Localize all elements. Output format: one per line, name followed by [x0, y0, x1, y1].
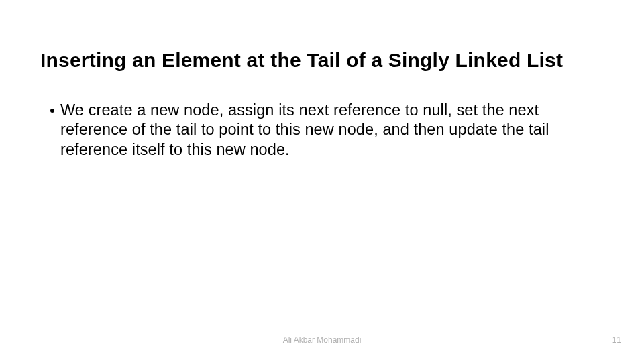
bullet-text: We create a new node, assign its next re… — [60, 101, 604, 160]
slide: Inserting an Element at the Tail of a Si… — [0, 0, 644, 362]
slide-body: We create a new node, assign its next re… — [50, 101, 604, 160]
footer-author: Ali Akbar Mohammadi — [0, 335, 644, 345]
bullet-item: We create a new node, assign its next re… — [50, 101, 604, 160]
footer-page-number: 11 — [612, 335, 621, 345]
bullet-dot-icon — [50, 109, 54, 113]
slide-title: Inserting an Element at the Tail of a Si… — [40, 48, 604, 72]
